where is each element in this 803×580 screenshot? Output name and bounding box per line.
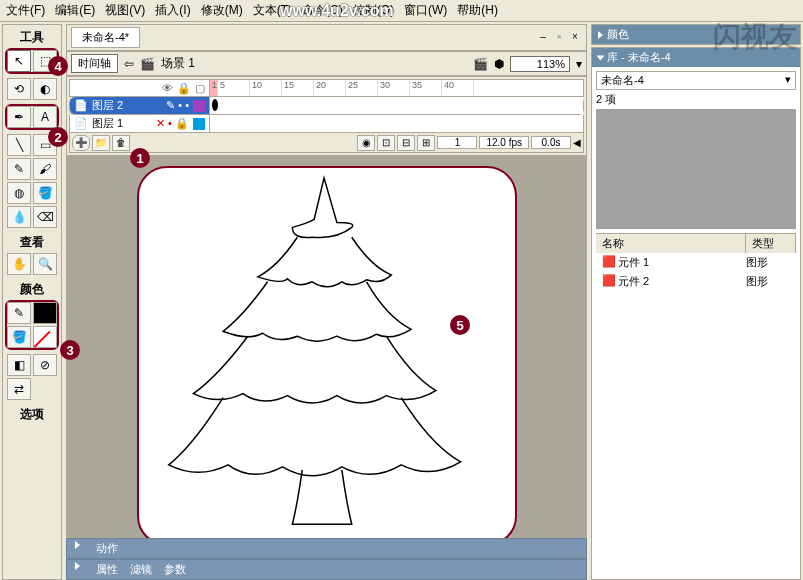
bucket-tool[interactable]: 🪣	[33, 182, 57, 204]
actions-tab[interactable]: 动作	[96, 541, 118, 556]
zoom-input[interactable]: 113%	[510, 56, 570, 72]
pen-tool[interactable]: ✒	[7, 106, 31, 128]
layer-name: 图层 2	[92, 98, 123, 113]
library-selector[interactable]: 未命名-4	[596, 71, 796, 90]
graphic-icon: 🟥	[602, 274, 618, 289]
library-panel: 库 - 未命名-4 未命名-4 2 项 名称 类型 🟥 元件 1 图形	[591, 47, 801, 580]
arrow-tool[interactable]: ↖	[7, 50, 31, 72]
library-table: 名称 类型 🟥 元件 1 图形 🟥 元件 2 图形	[596, 233, 796, 291]
minimize-icon[interactable]: –	[536, 31, 550, 45]
outline-icon[interactable]: ▢	[195, 82, 205, 95]
graphic-icon: 🟥	[602, 255, 618, 270]
library-panel-title: 库 - 未命名-4	[607, 50, 671, 65]
document-tab[interactable]: 未命名-4*	[71, 27, 140, 48]
fill-color-icon[interactable]: 🪣	[7, 326, 31, 348]
library-item[interactable]: 🟥 元件 1 图形	[596, 253, 796, 272]
stroke-swatch[interactable]	[33, 302, 57, 324]
time-display: 0.0s	[531, 136, 571, 149]
tick: 10	[250, 80, 282, 96]
symbol-icon[interactable]: ⬢	[494, 57, 504, 71]
anno-3: 3	[60, 340, 80, 360]
layer-row[interactable]: 📄 图层 1 ✕ • 🔒	[69, 115, 584, 133]
actions-panel-bar[interactable]: 动作	[66, 538, 587, 559]
color-header: 颜色	[20, 281, 44, 298]
edit-multiple-icon[interactable]: ⊞	[417, 135, 435, 151]
item-name: 元件 1	[618, 255, 746, 270]
fill-swatch[interactable]	[33, 326, 57, 348]
current-frame: 1	[437, 136, 477, 149]
layer-frames[interactable]	[210, 115, 583, 132]
restore-icon[interactable]: ▫	[552, 31, 566, 45]
params-tab[interactable]: 参数	[164, 562, 186, 577]
menu-help[interactable]: 帮助(H)	[457, 2, 498, 19]
line-tool[interactable]: ╲	[7, 134, 31, 156]
scrollbar-left-icon[interactable]: ◀	[573, 137, 581, 148]
zoom-dropdown-icon[interactable]: ▾	[576, 57, 582, 71]
menu-bar: 文件(F) 编辑(E) 视图(V) 插入(I) 修改(M) 文本(T) 命令(C…	[0, 0, 803, 22]
ink-tool[interactable]: ◍	[7, 182, 31, 204]
layer-icon: 📄	[74, 99, 88, 112]
layer-row[interactable]: 📄 图层 2 ✎ • •	[69, 97, 584, 115]
eye-icon[interactable]: 👁	[162, 82, 173, 94]
tick: 35	[410, 80, 442, 96]
onion-outline-icon[interactable]: ⊟	[397, 135, 415, 151]
menu-window[interactable]: 窗口(W)	[404, 2, 447, 19]
stage-scroll[interactable]	[66, 156, 587, 538]
document-area: 未命名-4* – ▫ × 时间轴 ⇦ 🎬 场景 1 🎬 ⬢ 113% ▾ 👁 🔒	[66, 24, 587, 580]
playhead[interactable]: 1	[210, 80, 218, 96]
zoom-tool[interactable]: 🔍	[33, 253, 57, 275]
filters-tab[interactable]: 滤镜	[130, 562, 152, 577]
stroke-color-icon[interactable]: ✎	[7, 302, 31, 324]
pencil-tool[interactable]: ✎	[7, 158, 31, 180]
hand-tool[interactable]: ✋	[7, 253, 31, 275]
add-layer-button[interactable]: ➕	[72, 135, 90, 151]
default-colors[interactable]: ◧	[7, 354, 31, 376]
eyedropper-tool[interactable]: 💧	[7, 206, 31, 228]
edit-scene-icon[interactable]: 🎬	[473, 57, 488, 71]
center-frame-icon[interactable]: ⊡	[377, 135, 395, 151]
color-swatches-group: ✎ 🪣	[5, 300, 59, 350]
right-panels: 颜色 库 - 未命名-4 未命名-4 2 项 名称 类型 🟥 元件 1 图形	[591, 24, 801, 580]
frame-ruler[interactable]: 1 5 10 15 20 25 30 35 40	[210, 80, 583, 96]
tick: 40	[442, 80, 474, 96]
library-preview	[596, 109, 796, 229]
properties-panel-bar[interactable]: 属性 滤镜 参数	[66, 559, 587, 580]
properties-tab[interactable]: 属性	[96, 562, 118, 577]
expand-icon[interactable]	[598, 31, 603, 39]
tick: 30	[378, 80, 410, 96]
menu-view[interactable]: 视图(V)	[105, 2, 145, 19]
library-item[interactable]: 🟥 元件 2 图形	[596, 272, 796, 291]
menu-edit[interactable]: 编辑(E)	[55, 2, 95, 19]
menu-insert[interactable]: 插入(I)	[155, 2, 190, 19]
layer-name: 图层 1	[92, 116, 123, 131]
add-guide-button[interactable]: 📁	[92, 135, 110, 151]
eraser-tool[interactable]: ⌫	[33, 206, 57, 228]
menu-file[interactable]: 文件(F)	[6, 2, 45, 19]
swap-colors[interactable]: ⇄	[7, 378, 31, 400]
free-transform-tool[interactable]: ⟲	[7, 78, 31, 100]
lasso-tool[interactable]: ◐	[33, 78, 57, 100]
delete-layer-button[interactable]: 🗑	[112, 135, 130, 151]
onion-skin-icon[interactable]: ◉	[357, 135, 375, 151]
timeline-toggle[interactable]: 时间轴	[71, 54, 118, 73]
tools-panel: 工具 ↖ ⬚ ⟲ ◐ ✒ A ╲ ▭ ✎ 🖌 ◍ 🪣 💧 ⌫ 查看 ✋ 🔍 颜色	[2, 24, 62, 580]
collapse-icon[interactable]	[597, 55, 605, 60]
col-type[interactable]: 类型	[746, 234, 796, 253]
tree-drawing	[139, 168, 515, 538]
menu-modify[interactable]: 修改(M)	[201, 2, 243, 19]
stage-canvas[interactable]	[137, 166, 517, 538]
timeline-panel: 👁 🔒 ▢ 1 5 10 15 20 25 30 35 40	[66, 76, 587, 156]
close-icon[interactable]: ×	[568, 31, 582, 45]
col-name[interactable]: 名称	[596, 234, 746, 253]
text-tool[interactable]: A	[33, 106, 57, 128]
fps-display: 12.0 fps	[479, 136, 529, 149]
no-color[interactable]: ⊘	[33, 354, 57, 376]
brush-tool[interactable]: 🖌	[33, 158, 57, 180]
document-tabs: 未命名-4* – ▫ ×	[66, 24, 587, 51]
watermark-logo: 闪视友	[713, 18, 797, 56]
lock-icon[interactable]: 🔒	[177, 82, 191, 95]
back-icon[interactable]: ⇦	[124, 57, 134, 71]
tick: 20	[314, 80, 346, 96]
layer-frames[interactable]	[210, 97, 583, 114]
layer-icon: 📄	[74, 117, 88, 130]
